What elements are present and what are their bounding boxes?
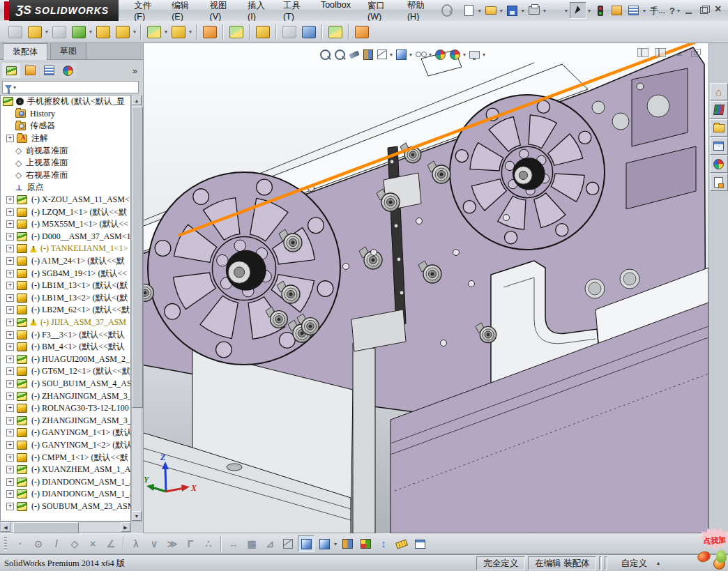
smart-fasteners-button[interactable] (94, 23, 112, 41)
expand-icon[interactable]: + (6, 220, 14, 228)
window-restore-button[interactable] (697, 5, 709, 16)
tree-item[interactable]: ◇上视基准面 (1, 157, 130, 169)
expand-icon[interactable]: + (6, 478, 14, 486)
expand-icon[interactable]: + (6, 356, 14, 363)
expand-icon[interactable]: + (6, 454, 14, 462)
expand-icon[interactable]: + (6, 429, 14, 436)
component-pattern-dropdown-icon[interactable]: ▾ (89, 29, 92, 35)
reel-rim-hole[interactable] (505, 231, 517, 244)
task-pane-view-palette[interactable] (710, 137, 728, 155)
roller-center[interactable] (289, 293, 293, 296)
hscroll-thumb[interactable] (13, 522, 79, 533)
expand-icon[interactable]: + (6, 306, 14, 314)
reel-rim-hole[interactable] (455, 150, 468, 162)
scroll-left-icon[interactable]: ◀ (1, 522, 10, 532)
apply-scene-button[interactable] (450, 50, 460, 60)
tree-item[interactable]: +(-) JIJIA_ASM_37_ASM (1, 317, 130, 329)
task-pane-design-library[interactable] (710, 101, 728, 119)
display-style-dropdown-icon[interactable]: ▾ (409, 52, 412, 58)
tree-item[interactable]: +(-) ZHANGJINGM_ASM_3_AS (1, 390, 130, 402)
open-part-button[interactable] (26, 23, 44, 41)
sketch-angle-button[interactable]: ∠ (103, 535, 119, 552)
take-snapshot-button[interactable] (353, 23, 371, 41)
reel-rim-hole[interactable] (155, 241, 171, 257)
tree-item[interactable]: +(-) DIANDONGM_ASM_1_ASM (1, 488, 130, 501)
open-button[interactable] (483, 3, 499, 18)
sketch-pattern-button[interactable]: ∴ (200, 535, 217, 552)
expand-icon[interactable]: + (6, 331, 14, 339)
roller-center[interactable] (278, 318, 281, 321)
tree-item[interactable]: +(-) ROLNAG30-T3-12-L100 (1, 402, 130, 415)
open-dropdown-icon[interactable]: ▾ (500, 8, 503, 14)
undo-button[interactable] (548, 3, 563, 18)
viewport-minimize-button[interactable] (672, 47, 684, 58)
tree-item[interactable]: ↓手机擦胶机 (默认<默认_显 (1, 96, 130, 108)
roller-center[interactable] (411, 153, 415, 157)
tree-item[interactable]: ◇前视基准面 (1, 144, 130, 157)
tree-item[interactable]: History (1, 108, 130, 121)
assembly-features-button[interactable] (145, 23, 163, 41)
expand-icon[interactable]: + (6, 233, 14, 241)
reel-rim-hole[interactable] (193, 189, 209, 205)
zoom-to-area-button[interactable] (335, 50, 345, 60)
assembly-3d-model[interactable]: Z X Y (144, 43, 708, 533)
sketch-chamfer-button[interactable]: ∨ (146, 535, 162, 552)
help-icon[interactable]: ? (669, 6, 675, 16)
tree-item[interactable]: +(-) ZHANGJINGM_ASM_3_AS (1, 414, 130, 427)
angle-snap-button[interactable]: ⊿ (261, 535, 278, 552)
smart-dimension-button[interactable]: ↔ (225, 535, 242, 552)
rail-hole[interactable] (390, 160, 394, 164)
plate-hole[interactable] (441, 340, 447, 347)
normal-to-button[interactable]: ↕ (375, 535, 392, 552)
save-dropdown-icon[interactable]: ▾ (522, 8, 524, 14)
tree-item[interactable]: +(-) D000__ASM_37_ASM<1> (1, 231, 130, 243)
hide-show-items-dropdown-icon[interactable]: ▾ (429, 52, 432, 58)
tree-horizontal-scrollbar[interactable]: ◀ ▶ (0, 521, 131, 533)
custom-caret-icon[interactable]: ▴ (657, 558, 660, 569)
expand-icon[interactable]: + (6, 319, 14, 326)
reel-rim-hole[interactable] (308, 218, 324, 234)
expand-icon[interactable]: + (6, 503, 14, 510)
measure-button[interactable] (393, 535, 410, 552)
plate-hole[interactable] (503, 215, 510, 221)
rail-hole[interactable] (395, 224, 398, 228)
tree-item[interactable]: +(-) XUANZHEM_ASM_1_ASM< (1, 464, 130, 476)
apply-scene-dropdown-icon[interactable]: ▾ (463, 52, 466, 58)
window-minimize-button[interactable] (683, 5, 695, 16)
expand-icon[interactable]: + (6, 417, 14, 425)
tab-sketch[interactable]: 草图 (50, 43, 86, 59)
tree-item[interactable]: +(-) CMPM_1<1> (默认<<默 (1, 451, 130, 464)
display-style-button[interactable] (396, 50, 407, 60)
tree-item[interactable]: +(-) SGB4M_19<1> (默认<< (1, 267, 130, 280)
traffic-light-button[interactable] (593, 3, 608, 18)
rail-hole[interactable] (397, 258, 401, 261)
plate-hole[interactable] (371, 250, 377, 256)
insert-component-button[interactable] (6, 23, 24, 41)
tree-item[interactable]: ⊥原点 (1, 181, 130, 194)
reference-geometry-button[interactable] (169, 23, 188, 41)
move-component-button[interactable] (114, 23, 132, 41)
sketch-spline-button[interactable]: × (84, 535, 101, 552)
tree-item[interactable]: +(-) TANKELIANM_1<1> (1, 243, 130, 255)
rail-hole[interactable] (400, 291, 404, 295)
new-motion-study-button[interactable] (201, 23, 219, 41)
manager-tab-configurationmanager[interactable] (40, 63, 58, 78)
expand-icon[interactable]: + (6, 245, 14, 252)
tree-item[interactable]: +(-) LZQM_1<1> (默认<<默 (1, 206, 130, 218)
roller-center[interactable] (291, 241, 295, 245)
expand-icon[interactable]: + (6, 404, 14, 412)
scroll-right-icon[interactable]: ▶ (121, 522, 130, 532)
expand-icon[interactable]: + (6, 343, 14, 351)
custom-toolbar-selector[interactable]: 自定义 ▴ (614, 557, 666, 570)
reference-geometry-dropdown-icon[interactable]: ▾ (189, 29, 192, 35)
tree-item[interactable]: +(-) LB1M_13<1> (默认<(默 (1, 280, 130, 292)
task-pane-solidworks-resources[interactable]: ⌂ (710, 83, 728, 100)
shaft-bore[interactable] (234, 267, 245, 277)
options-list-button[interactable] (626, 3, 642, 18)
expand-icon[interactable]: + (6, 490, 14, 498)
grid-snap-button[interactable]: ▦ (243, 535, 260, 552)
tree-item[interactable]: +(-) X-ZOU_ASM_11_ASM<1> (1, 194, 130, 206)
tree-item[interactable]: +(-) DIANDONGM_ASM_1_ASM (1, 475, 130, 488)
sketch-corner-rectangle-button[interactable]: Γ (182, 535, 199, 552)
hub-hole[interactable] (234, 240, 246, 252)
